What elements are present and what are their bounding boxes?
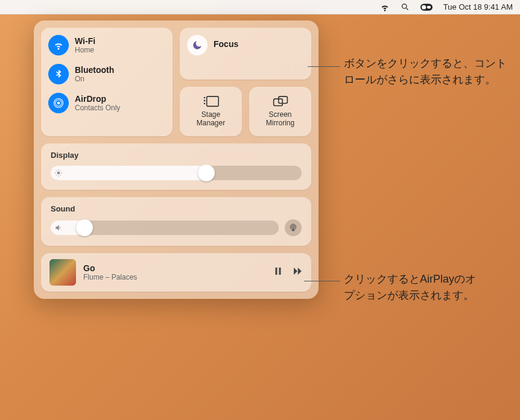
display-title: Display [51, 151, 302, 160]
forward-icon [292, 266, 303, 277]
svg-point-14 [57, 172, 60, 175]
control-center-panel: Wi-Fi Home Bluetooth On AirDrop [34, 20, 319, 299]
sound-slider[interactable] [51, 221, 279, 235]
wifi-status: Home [75, 46, 95, 54]
svg-rect-27 [279, 268, 281, 275]
bluetooth-status: On [75, 75, 114, 83]
screen-mirroring-button[interactable]: Screen Mirroring [249, 87, 311, 136]
airdrop-icon [48, 93, 69, 113]
svg-rect-8 [203, 97, 205, 98]
callout-focus: ボタンをクリックすると、コントロールがさらに表示されます。 [344, 55, 513, 88]
svg-point-0 [402, 4, 407, 9]
svg-rect-26 [276, 268, 277, 275]
screen-mirroring-label: Screen Mirroring [266, 111, 294, 128]
sound-card: Sound [41, 197, 311, 246]
svg-rect-9 [203, 100, 205, 101]
sound-title: Sound [51, 204, 302, 213]
stage-manager-label: Stage Manager [197, 111, 225, 128]
brightness-low-icon [54, 169, 63, 177]
album-art [49, 259, 76, 286]
svg-line-20 [60, 175, 61, 175]
focus-label: Focus [214, 39, 238, 49]
now-playing-card[interactable]: Go Flume – Palaces [41, 253, 311, 292]
svg-rect-11 [206, 96, 218, 106]
stage-manager-icon [203, 95, 219, 108]
track-artist: Flume – Palaces [83, 273, 265, 281]
wifi-label: Wi-Fi [75, 36, 95, 46]
svg-line-1 [406, 8, 408, 10]
bluetooth-toggle[interactable]: Bluetooth On [48, 64, 165, 84]
bluetooth-icon [48, 64, 69, 84]
menubar: Tue Oct 18 9:41 AM [0, 0, 520, 14]
stage-manager-button[interactable]: Stage Manager [180, 87, 242, 136]
svg-point-5 [57, 102, 60, 105]
callout-line [308, 66, 340, 67]
volume-low-icon [54, 224, 63, 232]
airdrop-label: AirDrop [75, 94, 120, 104]
svg-point-25 [293, 227, 294, 228]
wifi-icon [48, 35, 69, 55]
bluetooth-label: Bluetooth [75, 65, 114, 75]
focus-button[interactable]: Focus [180, 28, 311, 80]
display-slider[interactable] [51, 166, 302, 180]
connectivity-card: Wi-Fi Home Bluetooth On AirDrop [41, 28, 173, 136]
airplay-audio-button[interactable] [285, 219, 302, 236]
svg-rect-10 [203, 103, 205, 104]
svg-line-21 [56, 175, 57, 175]
track-title: Go [83, 263, 265, 273]
pause-icon [273, 266, 284, 277]
svg-point-3 [422, 5, 426, 9]
svg-rect-4 [427, 5, 431, 8]
airdrop-toggle[interactable]: AirDrop Contacts Only [48, 93, 165, 113]
screen-mirroring-icon [273, 95, 288, 108]
callout-airplay: クリックするとAirPlayのオプションが表示されます。 [344, 271, 483, 304]
wifi-toggle[interactable]: Wi-Fi Home [48, 35, 165, 55]
menubar-datetime[interactable]: Tue Oct 18 9:41 AM [443, 2, 513, 11]
airplay-icon [288, 223, 298, 233]
next-button[interactable] [292, 266, 303, 279]
pause-button[interactable] [273, 266, 284, 279]
display-card: Display [41, 143, 311, 190]
airdrop-status: Contacts Only [75, 104, 120, 112]
spotlight-icon[interactable] [401, 2, 410, 11]
moon-icon [187, 35, 208, 55]
wifi-icon[interactable] [380, 2, 390, 12]
control-center-icon[interactable] [420, 4, 433, 11]
callout-line [304, 281, 340, 281]
svg-line-22 [60, 171, 61, 171]
svg-line-19 [56, 171, 57, 171]
